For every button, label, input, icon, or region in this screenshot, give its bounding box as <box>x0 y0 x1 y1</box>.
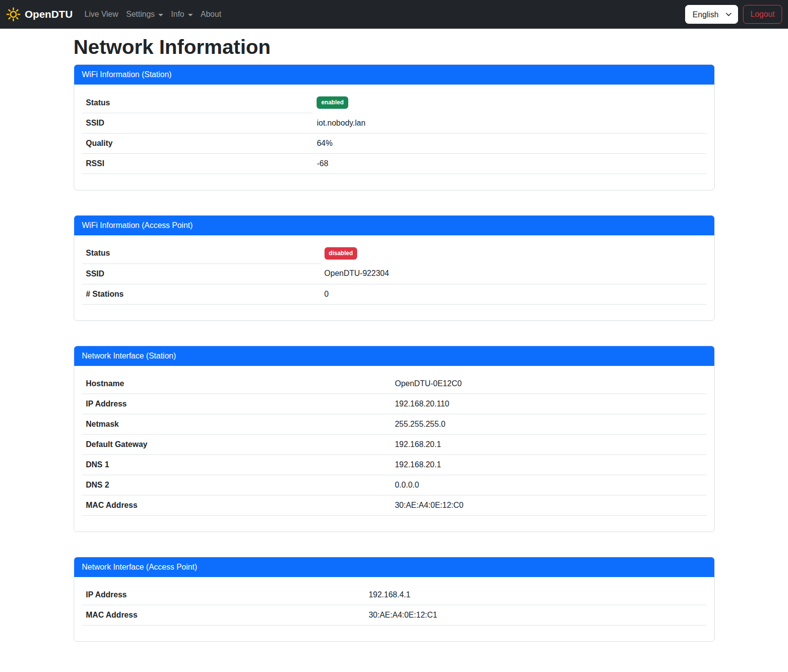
info-label: IP Address <box>82 585 365 605</box>
nav-item-about[interactable]: About <box>197 6 226 23</box>
table-row: DNS 2 0.0.0.0 <box>82 475 706 495</box>
card-network-interface-station: Network Interface (Station) Hostname Ope… <box>74 346 715 532</box>
info-value: 192.168.4.1 <box>365 585 706 605</box>
brand-link[interactable]: OpenDTU <box>6 7 73 22</box>
card-body: Status disabled SSID OpenDTU-922304 # St… <box>74 235 714 320</box>
card-header: WiFi Information (Station) <box>74 65 714 85</box>
table-row: IP Address 192.168.20.110 <box>82 394 706 414</box>
table-row: Status enabled <box>82 92 706 113</box>
card-wifi-station: WiFi Information (Station) Status enable… <box>74 64 715 190</box>
table-row: SSID OpenDTU-922304 <box>82 264 706 284</box>
card-wifi-access-point: WiFi Information (Access Point) Status d… <box>74 215 715 321</box>
info-value: 192.168.20.1 <box>391 434 706 454</box>
info-value: 0 <box>321 284 706 304</box>
info-label: MAC Address <box>82 605 365 625</box>
info-value: OpenDTU-0E12C0 <box>391 374 706 394</box>
info-table: IP Address 192.168.4.1 MAC Address 30:AE… <box>82 585 706 626</box>
card-body: Status enabled SSID iot.nobody.lan Quali… <box>74 85 714 190</box>
info-label: Hostname <box>82 374 391 394</box>
table-row: Hostname OpenDTU-0E12C0 <box>82 374 706 394</box>
nav-item-label: Settings <box>126 10 155 19</box>
caret-down-icon <box>188 14 193 16</box>
card-header: WiFi Information (Access Point) <box>74 216 714 235</box>
main-nav: Live View Settings Info About <box>81 6 226 23</box>
nav-item-live-view[interactable]: Live View <box>81 6 122 23</box>
info-table: Hostname OpenDTU-0E12C0 IP Address 192.1… <box>82 374 706 516</box>
caret-down-icon <box>158 14 163 16</box>
info-label: SSID <box>82 264 321 284</box>
language-select-wrap: English <box>685 5 738 24</box>
info-value: 255.255.255.0 <box>391 414 706 434</box>
info-label: IP Address <box>82 394 391 414</box>
info-label: Default Gateway <box>82 434 391 454</box>
table-row: # Stations 0 <box>82 284 706 304</box>
info-label: Quality <box>82 133 313 153</box>
info-table: Status enabled SSID iot.nobody.lan Quali… <box>82 92 706 174</box>
info-value: -68 <box>313 153 706 174</box>
table-row: Netmask 255.255.255.0 <box>82 414 706 434</box>
info-value: 30:AE:A4:0E:12:C1 <box>365 605 706 625</box>
navbar: OpenDTU Live View Settings Info About En… <box>0 0 788 29</box>
info-value: 64% <box>313 133 706 153</box>
nav-item-label: About <box>201 10 222 19</box>
info-label: RSSI <box>82 153 313 174</box>
table-row: SSID iot.nobody.lan <box>82 113 706 133</box>
info-label: # Stations <box>82 284 321 304</box>
table-row: Default Gateway 192.168.20.1 <box>82 434 706 454</box>
brand-label: OpenDTU <box>25 8 73 20</box>
table-row: Quality 64% <box>82 133 706 153</box>
table-row: IP Address 192.168.4.1 <box>82 585 706 605</box>
info-label: DNS 2 <box>82 475 391 495</box>
logout-button[interactable]: Logout <box>743 5 782 24</box>
nav-item-settings[interactable]: Settings <box>122 6 167 23</box>
info-label: Netmask <box>82 414 391 434</box>
main-content: Network Information WiFi Information (St… <box>68 29 721 672</box>
language-select[interactable]: English <box>685 5 738 24</box>
table-row: RSSI -68 <box>82 153 706 174</box>
info-table: Status disabled SSID OpenDTU-922304 # St… <box>82 243 706 305</box>
table-row: MAC Address 30:AE:A4:0E:12:C1 <box>82 605 706 625</box>
table-row: DNS 1 192.168.20.1 <box>82 454 706 475</box>
nav-item-label: Info <box>171 10 185 19</box>
info-label: Status <box>82 243 321 264</box>
card-body: Hostname OpenDTU-0E12C0 IP Address 192.1… <box>74 366 714 532</box>
card-network-interface-access-point: Network Interface (Access Point) IP Addr… <box>74 557 715 642</box>
info-value: 192.168.20.110 <box>391 394 706 414</box>
card-header: Network Interface (Station) <box>74 346 714 366</box>
info-label: SSID <box>82 113 313 133</box>
info-value: 0.0.0.0 <box>391 475 706 495</box>
info-value: disabled <box>321 243 706 264</box>
card-body: IP Address 192.168.4.1 MAC Address 30:AE… <box>74 577 714 641</box>
nav-item-label: Live View <box>85 10 118 19</box>
status-badge: enabled <box>317 96 348 109</box>
card-header: Network Interface (Access Point) <box>74 557 714 577</box>
page-title: Network Information <box>74 35 715 59</box>
info-value: enabled <box>313 92 706 113</box>
navbar-right-group: English Logout <box>685 5 782 24</box>
info-value: OpenDTU-922304 <box>321 264 706 284</box>
table-row: Status disabled <box>82 243 706 264</box>
info-label: DNS 1 <box>82 454 391 475</box>
sun-icon <box>6 7 21 22</box>
table-row: MAC Address 30:AE:A4:0E:12:C0 <box>82 495 706 515</box>
info-label: Status <box>82 92 313 113</box>
info-label: MAC Address <box>82 495 391 515</box>
info-value: iot.nobody.lan <box>313 113 706 133</box>
info-value: 192.168.20.1 <box>391 454 706 475</box>
nav-item-info[interactable]: Info <box>167 6 197 23</box>
info-value: 30:AE:A4:0E:12:C0 <box>391 495 706 515</box>
status-badge: disabled <box>324 247 358 260</box>
